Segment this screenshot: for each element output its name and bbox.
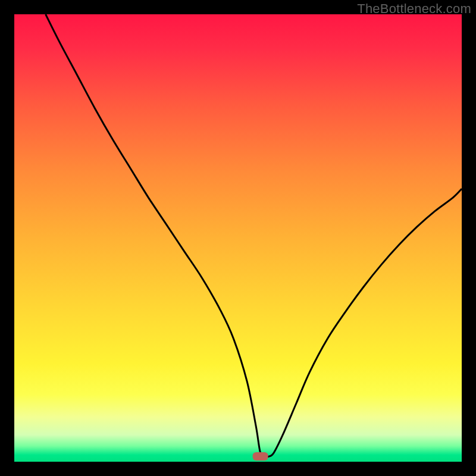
plot-area: [14, 14, 462, 462]
curve-marker: [253, 452, 268, 461]
chart-svg: [14, 14, 462, 462]
chart-frame: TheBottleneck.com: [0, 0, 476, 476]
watermark-label: TheBottleneck.com: [357, 1, 471, 17]
